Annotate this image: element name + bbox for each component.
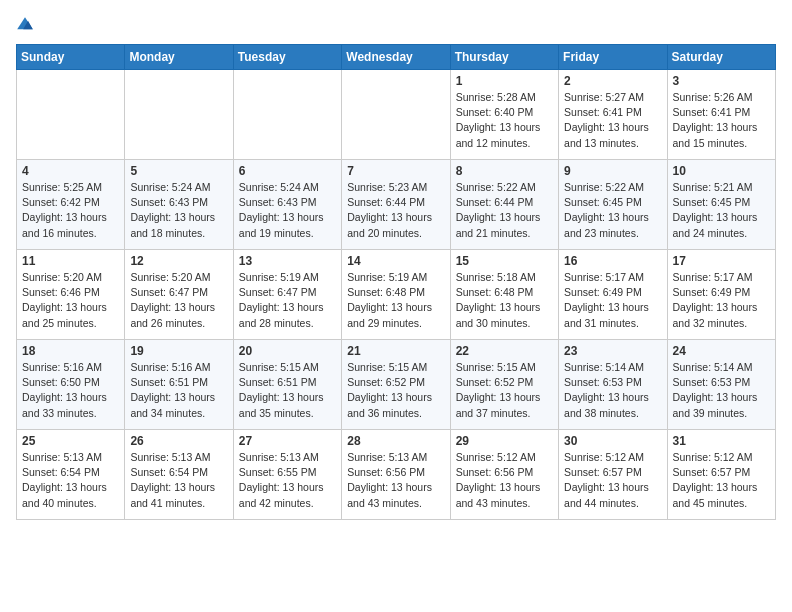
calendar-cell: 25Sunrise: 5:13 AM Sunset: 6:54 PM Dayli…: [17, 430, 125, 520]
calendar-cell: 4Sunrise: 5:25 AM Sunset: 6:42 PM Daylig…: [17, 160, 125, 250]
calendar-cell: 24Sunrise: 5:14 AM Sunset: 6:53 PM Dayli…: [667, 340, 775, 430]
day-number: 3: [673, 74, 770, 88]
day-number: 17: [673, 254, 770, 268]
day-number: 28: [347, 434, 444, 448]
day-info: Sunrise: 5:26 AM Sunset: 6:41 PM Dayligh…: [673, 90, 770, 151]
day-number: 14: [347, 254, 444, 268]
day-info: Sunrise: 5:15 AM Sunset: 6:51 PM Dayligh…: [239, 360, 336, 421]
day-info: Sunrise: 5:13 AM Sunset: 6:54 PM Dayligh…: [22, 450, 119, 511]
day-info: Sunrise: 5:20 AM Sunset: 6:47 PM Dayligh…: [130, 270, 227, 331]
day-info: Sunrise: 5:24 AM Sunset: 6:43 PM Dayligh…: [239, 180, 336, 241]
day-number: 23: [564, 344, 661, 358]
day-number: 2: [564, 74, 661, 88]
day-info: Sunrise: 5:17 AM Sunset: 6:49 PM Dayligh…: [673, 270, 770, 331]
day-number: 8: [456, 164, 553, 178]
day-number: 24: [673, 344, 770, 358]
weekday-header: Thursday: [450, 45, 558, 70]
logo-icon: [16, 16, 34, 34]
weekday-header: Monday: [125, 45, 233, 70]
calendar-cell: 18Sunrise: 5:16 AM Sunset: 6:50 PM Dayli…: [17, 340, 125, 430]
day-info: Sunrise: 5:13 AM Sunset: 6:54 PM Dayligh…: [130, 450, 227, 511]
day-number: 6: [239, 164, 336, 178]
calendar-cell: 10Sunrise: 5:21 AM Sunset: 6:45 PM Dayli…: [667, 160, 775, 250]
calendar-cell: [17, 70, 125, 160]
calendar-cell: [233, 70, 341, 160]
calendar-cell: 27Sunrise: 5:13 AM Sunset: 6:55 PM Dayli…: [233, 430, 341, 520]
calendar-cell: 28Sunrise: 5:13 AM Sunset: 6:56 PM Dayli…: [342, 430, 450, 520]
day-info: Sunrise: 5:12 AM Sunset: 6:57 PM Dayligh…: [673, 450, 770, 511]
weekday-header: Tuesday: [233, 45, 341, 70]
day-number: 4: [22, 164, 119, 178]
calendar-cell: 7Sunrise: 5:23 AM Sunset: 6:44 PM Daylig…: [342, 160, 450, 250]
day-number: 25: [22, 434, 119, 448]
day-number: 16: [564, 254, 661, 268]
weekday-header: Saturday: [667, 45, 775, 70]
weekday-header: Friday: [559, 45, 667, 70]
calendar-week-row: 25Sunrise: 5:13 AM Sunset: 6:54 PM Dayli…: [17, 430, 776, 520]
calendar-cell: [125, 70, 233, 160]
day-info: Sunrise: 5:15 AM Sunset: 6:52 PM Dayligh…: [347, 360, 444, 421]
day-info: Sunrise: 5:15 AM Sunset: 6:52 PM Dayligh…: [456, 360, 553, 421]
day-number: 19: [130, 344, 227, 358]
calendar-week-row: 11Sunrise: 5:20 AM Sunset: 6:46 PM Dayli…: [17, 250, 776, 340]
day-info: Sunrise: 5:27 AM Sunset: 6:41 PM Dayligh…: [564, 90, 661, 151]
calendar-cell: 5Sunrise: 5:24 AM Sunset: 6:43 PM Daylig…: [125, 160, 233, 250]
day-number: 30: [564, 434, 661, 448]
calendar-cell: 9Sunrise: 5:22 AM Sunset: 6:45 PM Daylig…: [559, 160, 667, 250]
day-info: Sunrise: 5:23 AM Sunset: 6:44 PM Dayligh…: [347, 180, 444, 241]
day-info: Sunrise: 5:14 AM Sunset: 6:53 PM Dayligh…: [564, 360, 661, 421]
day-number: 13: [239, 254, 336, 268]
day-info: Sunrise: 5:24 AM Sunset: 6:43 PM Dayligh…: [130, 180, 227, 241]
calendar-cell: 6Sunrise: 5:24 AM Sunset: 6:43 PM Daylig…: [233, 160, 341, 250]
day-info: Sunrise: 5:22 AM Sunset: 6:44 PM Dayligh…: [456, 180, 553, 241]
calendar-cell: 30Sunrise: 5:12 AM Sunset: 6:57 PM Dayli…: [559, 430, 667, 520]
calendar-week-row: 4Sunrise: 5:25 AM Sunset: 6:42 PM Daylig…: [17, 160, 776, 250]
day-number: 1: [456, 74, 553, 88]
page-header: [16, 16, 776, 34]
calendar-cell: [342, 70, 450, 160]
day-info: Sunrise: 5:16 AM Sunset: 6:50 PM Dayligh…: [22, 360, 119, 421]
calendar-header-row: SundayMondayTuesdayWednesdayThursdayFrid…: [17, 45, 776, 70]
day-info: Sunrise: 5:25 AM Sunset: 6:42 PM Dayligh…: [22, 180, 119, 241]
day-number: 12: [130, 254, 227, 268]
day-number: 18: [22, 344, 119, 358]
calendar-cell: 12Sunrise: 5:20 AM Sunset: 6:47 PM Dayli…: [125, 250, 233, 340]
day-number: 7: [347, 164, 444, 178]
calendar-cell: 23Sunrise: 5:14 AM Sunset: 6:53 PM Dayli…: [559, 340, 667, 430]
weekday-header: Sunday: [17, 45, 125, 70]
day-info: Sunrise: 5:21 AM Sunset: 6:45 PM Dayligh…: [673, 180, 770, 241]
day-number: 21: [347, 344, 444, 358]
calendar-cell: 29Sunrise: 5:12 AM Sunset: 6:56 PM Dayli…: [450, 430, 558, 520]
day-number: 9: [564, 164, 661, 178]
day-number: 22: [456, 344, 553, 358]
day-info: Sunrise: 5:22 AM Sunset: 6:45 PM Dayligh…: [564, 180, 661, 241]
day-info: Sunrise: 5:18 AM Sunset: 6:48 PM Dayligh…: [456, 270, 553, 331]
day-info: Sunrise: 5:12 AM Sunset: 6:57 PM Dayligh…: [564, 450, 661, 511]
calendar-cell: 11Sunrise: 5:20 AM Sunset: 6:46 PM Dayli…: [17, 250, 125, 340]
calendar-cell: 17Sunrise: 5:17 AM Sunset: 6:49 PM Dayli…: [667, 250, 775, 340]
day-info: Sunrise: 5:16 AM Sunset: 6:51 PM Dayligh…: [130, 360, 227, 421]
calendar-cell: 20Sunrise: 5:15 AM Sunset: 6:51 PM Dayli…: [233, 340, 341, 430]
calendar-cell: 1Sunrise: 5:28 AM Sunset: 6:40 PM Daylig…: [450, 70, 558, 160]
day-number: 26: [130, 434, 227, 448]
calendar-cell: 13Sunrise: 5:19 AM Sunset: 6:47 PM Dayli…: [233, 250, 341, 340]
day-info: Sunrise: 5:14 AM Sunset: 6:53 PM Dayligh…: [673, 360, 770, 421]
weekday-header: Wednesday: [342, 45, 450, 70]
calendar-cell: 15Sunrise: 5:18 AM Sunset: 6:48 PM Dayli…: [450, 250, 558, 340]
calendar-cell: 3Sunrise: 5:26 AM Sunset: 6:41 PM Daylig…: [667, 70, 775, 160]
calendar-cell: 22Sunrise: 5:15 AM Sunset: 6:52 PM Dayli…: [450, 340, 558, 430]
day-info: Sunrise: 5:12 AM Sunset: 6:56 PM Dayligh…: [456, 450, 553, 511]
calendar-body: 1Sunrise: 5:28 AM Sunset: 6:40 PM Daylig…: [17, 70, 776, 520]
logo: [16, 16, 38, 34]
day-number: 10: [673, 164, 770, 178]
calendar-cell: 8Sunrise: 5:22 AM Sunset: 6:44 PM Daylig…: [450, 160, 558, 250]
day-number: 29: [456, 434, 553, 448]
day-info: Sunrise: 5:20 AM Sunset: 6:46 PM Dayligh…: [22, 270, 119, 331]
calendar-week-row: 1Sunrise: 5:28 AM Sunset: 6:40 PM Daylig…: [17, 70, 776, 160]
day-number: 27: [239, 434, 336, 448]
day-number: 5: [130, 164, 227, 178]
day-number: 11: [22, 254, 119, 268]
day-info: Sunrise: 5:17 AM Sunset: 6:49 PM Dayligh…: [564, 270, 661, 331]
day-info: Sunrise: 5:13 AM Sunset: 6:55 PM Dayligh…: [239, 450, 336, 511]
calendar-cell: 19Sunrise: 5:16 AM Sunset: 6:51 PM Dayli…: [125, 340, 233, 430]
